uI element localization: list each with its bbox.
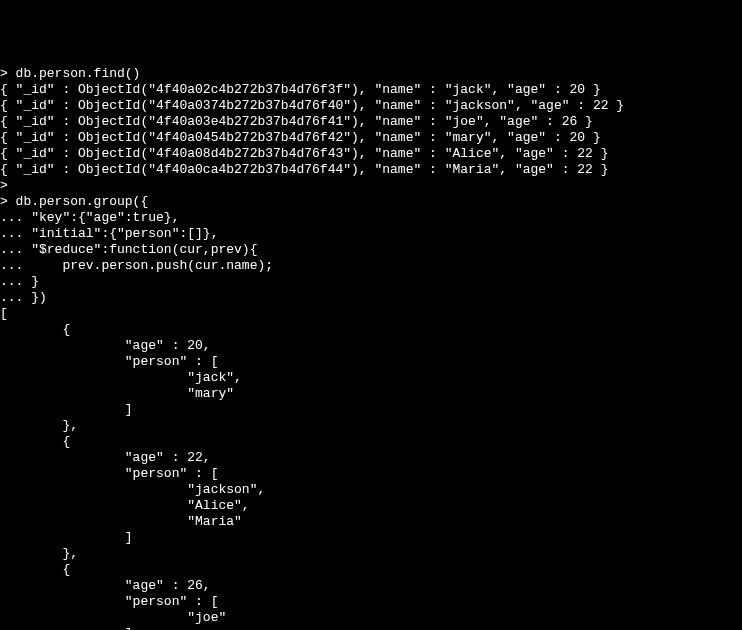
terminal-line: "person" : [ — [0, 466, 742, 482]
terminal-line: ... "$reduce":function(cur,prev){ — [0, 242, 742, 258]
terminal-line: "Alice", — [0, 498, 742, 514]
terminal-line: { "_id" : ObjectId("4f40a0374b272b37b4d7… — [0, 98, 742, 114]
terminal-line: "person" : [ — [0, 594, 742, 610]
terminal-line: ... }) — [0, 290, 742, 306]
terminal-line: "jack", — [0, 370, 742, 386]
terminal-line: ] — [0, 530, 742, 546]
terminal-line: > db.person.group({ — [0, 194, 742, 210]
terminal-line: [ — [0, 306, 742, 322]
terminal-line: { "_id" : ObjectId("4f40a08d4b272b37b4d7… — [0, 146, 742, 162]
terminal-line: ... } — [0, 274, 742, 290]
terminal-line: "person" : [ — [0, 354, 742, 370]
terminal-line: "jackson", — [0, 482, 742, 498]
terminal-line: }, — [0, 418, 742, 434]
terminal-line: "age" : 22, — [0, 450, 742, 466]
terminal-line: ... "key":{"age":true}, — [0, 210, 742, 226]
terminal-line: "joe" — [0, 610, 742, 626]
terminal-line: { "_id" : ObjectId("4f40a02c4b272b37b4d7… — [0, 82, 742, 98]
terminal-line: { — [0, 562, 742, 578]
terminal-line: ... prev.person.push(cur.name); — [0, 258, 742, 274]
terminal-line: { "_id" : ObjectId("4f40a0ca4b272b37b4d7… — [0, 162, 742, 178]
terminal-line: { — [0, 322, 742, 338]
terminal-line: { "_id" : ObjectId("4f40a03e4b272b37b4d7… — [0, 114, 742, 130]
terminal-line: "age" : 26, — [0, 578, 742, 594]
terminal-line: > db.person.find() — [0, 66, 742, 82]
terminal-line: ... "initial":{"person":[]}, — [0, 226, 742, 242]
terminal-line: "age" : 20, — [0, 338, 742, 354]
terminal-line: > — [0, 178, 742, 194]
terminal-line: ] — [0, 402, 742, 418]
terminal-line: "Maria" — [0, 514, 742, 530]
terminal-line: "mary" — [0, 386, 742, 402]
terminal-output[interactable]: > db.person.find(){ "_id" : ObjectId("4f… — [0, 66, 742, 630]
terminal-line: { "_id" : ObjectId("4f40a0454b272b37b4d7… — [0, 130, 742, 146]
terminal-line: }, — [0, 546, 742, 562]
terminal-line: { — [0, 434, 742, 450]
terminal-line: ] — [0, 626, 742, 630]
